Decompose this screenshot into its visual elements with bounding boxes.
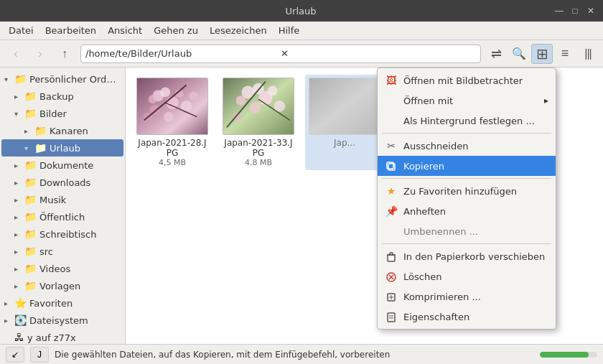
expand-arrow: ▸ [14, 179, 24, 187]
context-item-label: In den Papierkorb verschieben [403, 251, 545, 262]
sidebar-item-label: Persönlicher Ordner [29, 74, 121, 85]
expand-arrow: ▸ [4, 299, 14, 307]
status-btn2[interactable]: J [30, 347, 49, 363]
context-menu-item-open-viewer[interactable]: 🖼Öffnen mit Bildbetrachter [378, 70, 556, 90]
window-title: Urlaub [49, 6, 553, 17]
menubar: DateiBearbeitenAnsichtGehen zuLesezeiche… [0, 22, 603, 40]
context-item-icon [385, 251, 398, 262]
sidebar-item-label: Musik [39, 195, 66, 205]
view-grid-button[interactable]: ⊞ [531, 44, 553, 64]
up-button[interactable]: ↑ [53, 43, 76, 65]
view-list-button[interactable]: ≡ [554, 44, 576, 64]
folder-icon: 📁 [34, 125, 47, 136]
context-item-icon: 📌 [385, 205, 398, 217]
folder-icon: 📁 [24, 90, 37, 102]
minimize-button[interactable]: — [553, 4, 566, 17]
expand-arrow: ▸ [14, 162, 24, 169]
sidebar-item-label: Favoriten [29, 298, 73, 309]
view-compact-button[interactable]: ||| [577, 44, 599, 64]
forward-button[interactable]: › [29, 43, 52, 65]
sidebar-item-bilder[interactable]: ▾📁Bilder [1, 105, 123, 122]
context-menu-item-copy[interactable]: Kopieren [378, 156, 556, 176]
menu-item-bearbeiten[interactable]: Bearbeiten [39, 24, 102, 37]
address-bar[interactable]: /home/te/Bilder/Urlaub ✕ [80, 45, 481, 63]
statusbar: ↙ J Die gewählten Dateien, auf das Kopie… [0, 344, 603, 364]
menu-item-datei[interactable]: Datei [3, 24, 39, 37]
file-name: Japan-2021-33.JPG [222, 138, 295, 158]
context-item-label: Eigenschaften [403, 312, 469, 322]
context-item-label: Kopieren [403, 161, 444, 172]
svg-point-19 [268, 86, 278, 96]
sidebar-item-schreibtisch[interactable]: ▸📁Schreibtisch [1, 225, 123, 243]
sidebar-item-musik[interactable]: ▸📁Musik [1, 191, 123, 208]
context-item-label: Komprimieren ... [403, 291, 481, 302]
folder-icon: 📁 [24, 177, 37, 188]
file-item[interactable]: Japan-2021-28.JPG 4,5 MB [133, 75, 212, 170]
sidebar-item-videos[interactable]: ▸📁Videos [1, 260, 123, 277]
file-name: Jap... [334, 138, 355, 148]
context-menu-item-delete[interactable]: Löschen [378, 266, 556, 286]
svg-point-8 [190, 91, 198, 100]
status-progress [540, 352, 597, 358]
svg-point-15 [236, 95, 246, 106]
svg-point-3 [160, 88, 170, 98]
context-menu-item-properties[interactable]: Eigenschaften [378, 307, 556, 327]
context-menu-item-open-with[interactable]: Öffnen mit▸ [378, 90, 556, 111]
context-menu-item-trash[interactable]: In den Papierkorb verschieben [378, 246, 556, 266]
address-clear-icon[interactable]: ✕ [281, 48, 476, 59]
status-btn1[interactable]: ↙ [6, 347, 24, 363]
sidebar-item-label: Vorlagen [39, 281, 80, 291]
context-menu-item-pin[interactable]: 📌Anheften [378, 201, 556, 221]
sidebar-item-kanaren[interactable]: ▸📁Kanaren [1, 122, 123, 139]
maximize-button[interactable]: □ [569, 4, 581, 17]
file-area[interactable]: Japan-2021-28.JPG 4,5 MB [126, 67, 603, 344]
sidebar-item-src[interactable]: ▸📁src [1, 243, 123, 260]
svg-point-2 [149, 95, 157, 103]
sidebar-item-label: y auf z77x [27, 332, 76, 343]
context-item-label: Ausschneiden [403, 141, 468, 151]
close-button[interactable]: ✕ [584, 4, 597, 17]
sidebar-item-urlaub[interactable]: ▾📁Urlaub [1, 139, 123, 157]
expand-arrow: ▾ [4, 75, 14, 83]
address-toggle-button[interactable]: ⇌ [485, 44, 507, 64]
submenu-arrow: ▸ [544, 95, 548, 106]
sidebar-item-dokumente[interactable]: ▸📁Dokumente [1, 157, 123, 174]
sidebar-item-downloads[interactable]: ▸📁Downloads [1, 174, 123, 191]
menu-item-hilfe[interactable]: Hilfe [273, 24, 306, 37]
sidebar-item-backup[interactable]: ▸📁Backup [1, 88, 123, 105]
folder-icon: 📁 [24, 194, 37, 205]
sidebar-item-dateisystem[interactable]: ▸💽Dateisystem [1, 312, 123, 329]
folder-icon: ⭐ [14, 297, 27, 309]
address-text: /home/te/Bilder/Urlaub [85, 48, 281, 59]
sidebar-item-label: Downloads [39, 177, 90, 188]
sidebar-item-persoenlicher-ordner[interactable]: ▾📁Persönlicher Ordner [1, 70, 123, 88]
context-menu-item-compress[interactable]: Komprimieren ... [378, 286, 556, 307]
menu-item-lesezeichen[interactable]: Lesezeichen [204, 24, 273, 37]
sidebar-item-vorlagen[interactable]: ▸📁Vorlagen [1, 277, 123, 294]
context-item-icon [385, 160, 398, 172]
svg-point-9 [164, 112, 174, 122]
context-menu-item-set-background[interactable]: Als Hintergrund festlegen ... [378, 111, 556, 131]
sidebar-item-y-auf-z77x[interactable]: 🖧y auf z77x [1, 329, 123, 344]
context-item-icon: ★ [385, 185, 398, 197]
main-area: ▾📁Persönlicher Ordner▸📁Backup▾📁Bilder▸📁K… [0, 67, 603, 344]
file-item[interactable]: Jap... [305, 75, 384, 170]
sidebar-item-label: Bilder [39, 108, 67, 119]
expand-arrow: ▸ [14, 282, 24, 290]
context-menu: 🖼Öffnen mit BildbetrachterÖffnen mit▸Als… [377, 67, 556, 330]
menu-item-gehen zu[interactable]: Gehen zu [148, 24, 204, 37]
sidebar-item-oeffentlich[interactable]: ▸📁Öffentlich [1, 208, 123, 225]
expand-arrow: ▸ [14, 213, 24, 221]
context-menu-item-rename[interactable]: Umbenennen ... [378, 221, 556, 241]
context-item-label: Zu Favoriten hinzufügen [403, 186, 517, 197]
file-item[interactable]: Japan-2021-33.JPG 4,8 MB [219, 75, 298, 170]
context-menu-item-add-favorite[interactable]: ★Zu Favoriten hinzufügen [378, 181, 556, 201]
file-thumbnail [309, 78, 380, 135]
back-button[interactable]: ‹ [4, 43, 27, 65]
context-item-icon [385, 311, 398, 322]
menu-item-ansicht[interactable]: Ansicht [102, 24, 148, 37]
sidebar-item-favoriten[interactable]: ▸⭐Favoriten [1, 294, 123, 312]
context-menu-item-cut[interactable]: ✂Ausschneiden [378, 136, 556, 156]
sidebar-item-label: Öffentlich [39, 212, 85, 223]
search-button[interactable]: 🔍 [508, 44, 530, 64]
